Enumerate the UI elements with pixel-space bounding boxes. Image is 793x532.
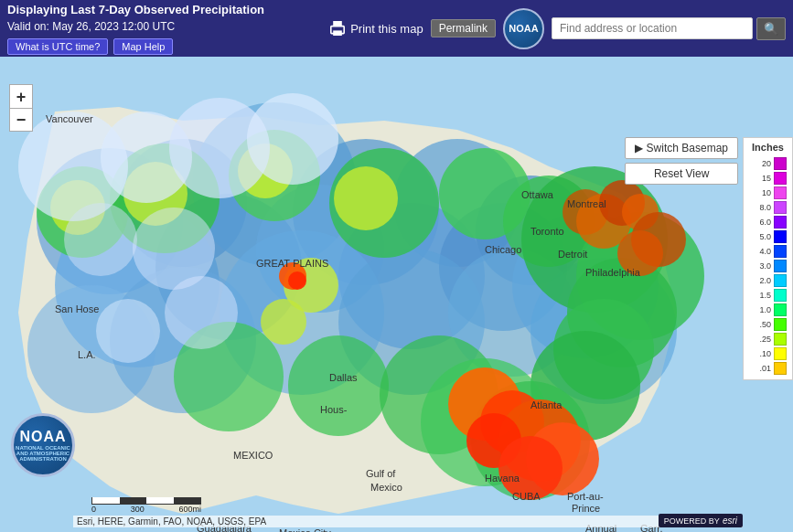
legend-item: 6.0 xyxy=(751,215,787,229)
scale-labels: 0 300 600mi xyxy=(91,505,201,514)
esri-logo: POWERED BY esri xyxy=(659,514,743,527)
noaa-circle-logo: NOAA NATIONAL OCEANIC AND ATMOSPHERIC AD… xyxy=(11,413,75,477)
header-links: What is UTC time? Map Help xyxy=(7,38,264,55)
scale-label-300: 300 xyxy=(131,505,145,514)
search-input[interactable] xyxy=(552,17,753,39)
esri-brand: esri xyxy=(723,516,737,526)
header-right: Print this map Permalink NOAA 🔍 xyxy=(328,8,786,49)
scale-label-600: 600mi xyxy=(178,505,201,514)
header-bar: Displaying Last 7-Day Observed Precipita… xyxy=(0,0,793,57)
legend-item: 1.0 xyxy=(751,303,787,317)
zoom-controls: + − xyxy=(9,84,33,132)
powered-by-label: POWERED BY xyxy=(664,516,720,526)
map-attribution: Esri, HERE, Garmin, FAO, NOAA, USGS, EPA xyxy=(73,516,743,527)
permalink-button[interactable]: Permalink xyxy=(431,19,496,37)
legend-item: .01 xyxy=(751,361,787,376)
noaa-header-logo: NOAA xyxy=(503,8,544,49)
map-help-button[interactable]: Map Help xyxy=(113,38,173,55)
legend-item: 5.0 xyxy=(751,229,787,244)
legend-item: 8.0 xyxy=(751,200,787,215)
legend-item: 2.0 xyxy=(751,273,787,288)
search-area: 🔍 xyxy=(552,17,786,40)
legend-item: .50 xyxy=(751,317,787,332)
switch-basemap-button[interactable]: ▶ Switch Basemap xyxy=(625,137,738,159)
print-label: Print this map xyxy=(350,22,423,36)
page-title: Displaying Last 7-Day Observed Precipita… xyxy=(7,3,264,16)
zoom-out-button[interactable]: − xyxy=(9,108,33,132)
map-overlay-controls: ▶ Switch Basemap Reset View xyxy=(625,137,738,185)
svg-rect-2 xyxy=(333,30,342,36)
precipitation-legend: Inches 20 15 10 8.0 6.0 5.0 4.0 3.0 2.0 xyxy=(743,137,793,380)
scale-line xyxy=(91,497,201,505)
header-left: Displaying Last 7-Day Observed Precipita… xyxy=(7,3,264,55)
precipitation-map xyxy=(0,57,723,532)
valid-date: Valid on: May 26, 2023 12:00 UTC xyxy=(7,20,264,33)
legend-item: 1.5 xyxy=(751,288,787,303)
legend-item: 20 xyxy=(751,156,787,171)
zoom-in-button[interactable]: + xyxy=(9,84,33,108)
legend-item: .25 xyxy=(751,332,787,346)
legend-title: Inches xyxy=(745,142,790,153)
legend-item: 4.0 xyxy=(751,244,787,259)
legend-item: 3.0 xyxy=(751,259,787,273)
legend-item: 10 xyxy=(751,186,787,200)
print-icon xyxy=(328,21,347,36)
map-container[interactable]: + − ▶ Switch Basemap Reset View Inches 2… xyxy=(0,57,793,532)
svg-rect-1 xyxy=(333,21,342,27)
scale-label-0: 0 xyxy=(91,505,96,514)
scale-bar: 0 300 600mi xyxy=(91,497,201,514)
print-area[interactable]: Print this map xyxy=(328,21,423,36)
noaa-badge: NOAA NATIONAL OCEANIC AND ATMOSPHERIC AD… xyxy=(11,413,80,482)
legend-bar: 20 15 10 8.0 6.0 5.0 4.0 3.0 2.0 1.5 xyxy=(745,156,790,376)
search-button[interactable]: 🔍 xyxy=(756,17,786,40)
utc-button[interactable]: What is UTC time? xyxy=(7,38,108,55)
reset-view-button[interactable]: Reset View xyxy=(625,163,738,185)
legend-item: 15 xyxy=(751,171,787,186)
legend-item: .10 xyxy=(751,346,787,361)
